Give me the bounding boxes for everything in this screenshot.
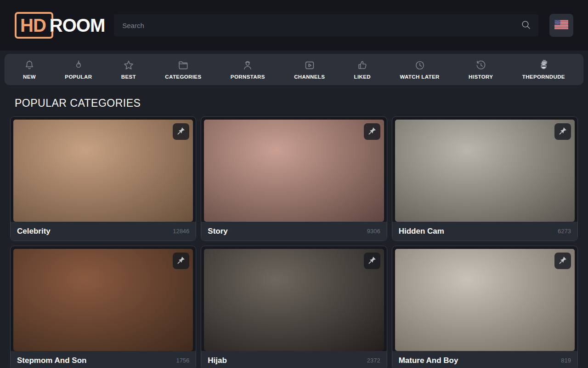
pushpin-icon: [368, 126, 377, 137]
pushpin-icon: [558, 256, 567, 266]
pushpin-icon: [176, 126, 186, 137]
pushpin-icon: [558, 126, 567, 137]
search-button[interactable]: [517, 17, 535, 34]
thumbnail-image-placeholder: [13, 249, 193, 351]
search-bar: [114, 14, 538, 36]
thumbnail-image-placeholder: [13, 120, 193, 222]
pin-button[interactable]: [554, 123, 571, 140]
bell-icon: [23, 59, 35, 71]
category-card[interactable]: Stepmom And Son 1756: [10, 246, 196, 368]
category-title: Hidden Cam: [399, 227, 444, 236]
thumbnail-image-placeholder: [204, 249, 384, 351]
category-card[interactable]: Hidden Cam 6273: [392, 116, 578, 241]
site-logo[interactable]: HD ROOM: [15, 12, 105, 39]
nav-item-theporndude[interactable]: THEPORNDUDE: [522, 59, 565, 80]
logo-text-room: ROOM: [50, 16, 105, 34]
category-title: Story: [208, 227, 227, 236]
pin-button[interactable]: [364, 253, 380, 269]
category-card[interactable]: Hijab 2372: [201, 246, 387, 368]
pin-button[interactable]: [173, 123, 189, 140]
category-count: 1756: [176, 357, 189, 364]
language-button[interactable]: [549, 14, 573, 37]
category-footer: Hidden Cam 6273: [392, 222, 577, 241]
category-thumbnail[interactable]: [395, 249, 575, 351]
thumbnail-image-placeholder: [395, 249, 575, 351]
category-thumbnail[interactable]: [13, 120, 193, 222]
pushpin-icon: [368, 256, 377, 266]
pin-button[interactable]: [173, 253, 189, 269]
category-footer: Hijab 2372: [201, 351, 386, 368]
nav-item-label: WATCH LATER: [400, 74, 439, 80]
pushpin-icon: [176, 256, 186, 266]
nav-item-liked[interactable]: LIKED: [354, 59, 371, 80]
page-content: POPULAR CATEGORIES Celebrity 12846: [0, 97, 588, 368]
category-count: 12846: [173, 228, 189, 235]
folder-icon: [177, 59, 189, 71]
nav-item-label: PORNSTARS: [231, 74, 265, 80]
nav-item-label: POPULAR: [65, 74, 92, 80]
category-title: Mature And Boy: [399, 356, 458, 365]
nav-item-label: THEPORNDUDE: [522, 74, 565, 80]
thumbnail-image-placeholder: [204, 120, 384, 222]
category-title: Celebrity: [17, 227, 51, 236]
category-count: 819: [561, 357, 571, 364]
nav-item-new[interactable]: NEW: [23, 59, 36, 80]
category-footer: Mature And Boy 819: [392, 351, 577, 368]
pin-button[interactable]: [364, 123, 380, 140]
thumbnail-image-placeholder: [395, 120, 575, 222]
category-count: 9306: [367, 228, 380, 235]
nav-item-popular[interactable]: POPULAR: [65, 59, 92, 80]
clock-icon: [414, 59, 426, 71]
category-title: Hijab: [208, 356, 227, 365]
play-icon: [304, 59, 316, 71]
thumbs-up-icon: [356, 59, 368, 71]
nav-item-pornstars[interactable]: PORNSTARS: [231, 59, 265, 80]
nav-item-label: BEST: [121, 74, 136, 80]
nav-item-history[interactable]: HISTORY: [469, 59, 493, 80]
logo-bracket: HD: [15, 12, 47, 39]
us-flag-icon: [554, 20, 568, 31]
pin-button[interactable]: [554, 253, 571, 269]
search-input[interactable]: [114, 14, 538, 36]
category-count: 6273: [558, 228, 571, 235]
category-title: Stepmom And Son: [17, 356, 86, 365]
nav-item-label: CATEGORIES: [165, 74, 201, 80]
nav-item-channels[interactable]: CHANNELS: [294, 59, 325, 80]
nav-item-label: LIKED: [354, 74, 371, 80]
category-thumbnail[interactable]: [204, 249, 384, 351]
person-icon: [242, 59, 254, 71]
nav-item-best[interactable]: BEST: [121, 59, 136, 80]
category-count: 2372: [367, 357, 380, 364]
category-footer: Story 9306: [201, 222, 386, 241]
category-thumbnail[interactable]: [13, 249, 193, 351]
nav-item-watch-later[interactable]: WATCH LATER: [400, 59, 439, 80]
logo-text-hd: HD: [20, 16, 46, 34]
nav-item-label: HISTORY: [469, 74, 493, 80]
theporndude-icon: [537, 59, 549, 71]
nav-item-label: CHANNELS: [294, 74, 325, 80]
category-grid: Celebrity 12846 Story 9306: [10, 116, 578, 368]
flame-icon: [73, 59, 85, 71]
magnifier-icon: [520, 25, 531, 32]
history-icon: [475, 59, 487, 71]
category-thumbnail[interactable]: [395, 120, 575, 222]
main-navbar: NEW POPULAR BEST CATEGORIES PORNSTARS CH…: [5, 54, 583, 85]
category-card[interactable]: Story 9306: [201, 116, 387, 241]
site-header: HD ROOM: [0, 0, 588, 51]
nav-item-categories[interactable]: CATEGORIES: [165, 59, 201, 80]
nav-item-label: NEW: [23, 74, 36, 80]
page-title: POPULAR CATEGORIES: [15, 97, 573, 109]
category-footer: Celebrity 12846: [11, 222, 196, 241]
star-icon: [123, 59, 135, 71]
category-card[interactable]: Celebrity 12846: [10, 116, 196, 241]
category-card[interactable]: Mature And Boy 819: [392, 246, 578, 368]
category-thumbnail[interactable]: [204, 120, 384, 222]
category-footer: Stepmom And Son 1756: [11, 351, 196, 368]
